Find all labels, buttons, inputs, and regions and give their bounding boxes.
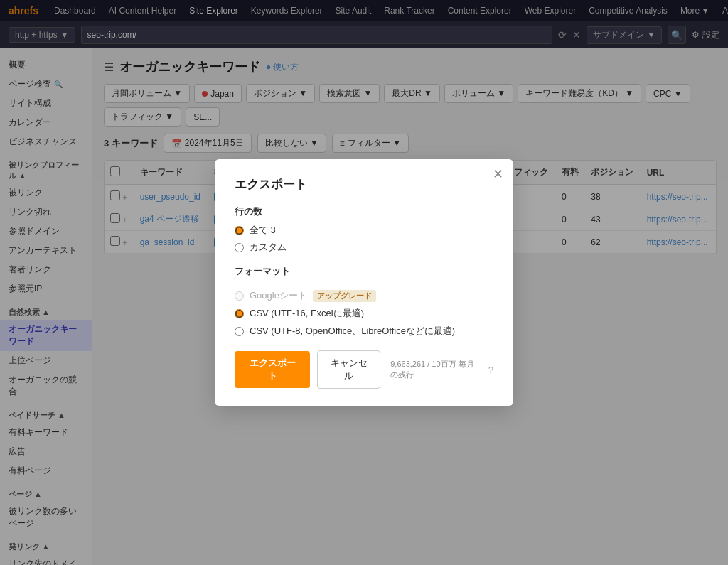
modal-close-button[interactable]: ✕	[493, 168, 503, 181]
format-csv16-label: CSV (UTF-16, Excelに最適)	[250, 307, 364, 320]
option-all-label: 全て 3	[250, 224, 276, 237]
format-csv8-radio[interactable]	[235, 327, 244, 336]
format-google-sheets-row[interactable]: Googleシート アップグレード	[235, 289, 493, 302]
option-custom-radio[interactable]	[235, 243, 244, 252]
modal-title: エクスポート	[235, 176, 493, 193]
quota-help-icon[interactable]: ?	[488, 365, 493, 375]
upgrade-badge: アップグレード	[313, 290, 376, 302]
row-count-options: 全て 3 カスタム	[235, 224, 493, 254]
modal-footer: エクスポート キャンセル 9,663,261 / 10百万 毎月の残行 ?	[235, 350, 493, 389]
cancel-button[interactable]: キャンセル	[317, 350, 380, 389]
option-custom-label: カスタム	[250, 241, 287, 254]
format-csv16-radio[interactable]	[235, 309, 244, 318]
option-custom-row[interactable]: カスタム	[235, 241, 493, 254]
format-google-radio	[235, 291, 244, 301]
option-all-radio[interactable]	[235, 226, 244, 235]
format-csv-utf8-row[interactable]: CSV (UTF-8, OpenOffice、LibreOfficeなどに最適)	[235, 325, 493, 338]
option-all-row[interactable]: 全て 3	[235, 224, 493, 237]
row-count-label: 行の数	[235, 205, 493, 218]
format-csv-utf16-row[interactable]: CSV (UTF-16, Excelに最適)	[235, 307, 493, 320]
quota-text: 9,663,261 / 10百万 毎月の残行	[390, 359, 481, 380]
export-button[interactable]: エクスポート	[235, 351, 310, 388]
export-modal: ✕ エクスポート 行の数 全て 3 カスタム フォーマット Googleシート …	[215, 159, 513, 406]
format-csv8-label: CSV (UTF-8, OpenOffice、LibreOfficeなどに最適)	[250, 325, 455, 338]
format-options: Googleシート アップグレード CSV (UTF-16, Excelに最適)…	[235, 289, 493, 338]
modal-overlay: ✕ エクスポート 行の数 全て 3 カスタム フォーマット Googleシート …	[0, 0, 728, 565]
format-label: フォーマット	[235, 265, 493, 278]
format-google-label: Googleシート	[250, 289, 307, 302]
